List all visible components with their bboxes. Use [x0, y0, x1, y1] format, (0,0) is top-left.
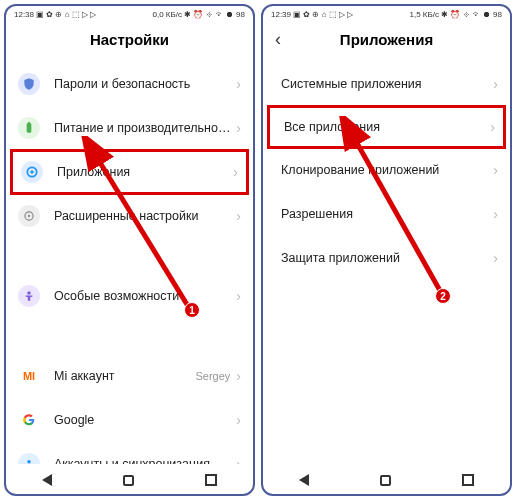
- status-net: 1,5 КБ/с: [410, 10, 439, 19]
- row-label: Клонирование приложений: [281, 163, 493, 177]
- nav-home-button[interactable]: [380, 475, 391, 486]
- status-bar: 12:38 ▣ ✿ ⊕ ⌂ ⬚ ▷ ▷ 0,0 КБ/с ✱ ⏰ ⟐ ᯤ ⏺ 9…: [6, 6, 253, 21]
- chevron-right-icon: ›: [493, 250, 498, 266]
- row-all-apps[interactable]: Все приложения ›: [267, 105, 506, 149]
- nav-recent-button[interactable]: [462, 474, 474, 486]
- svg-point-6: [27, 291, 31, 295]
- row-google[interactable]: Google ›: [6, 398, 253, 442]
- google-icon: [18, 409, 40, 431]
- chevron-right-icon: ›: [493, 76, 498, 92]
- nav-home-button[interactable]: [123, 475, 134, 486]
- accessibility-icon: [18, 285, 40, 307]
- header: ‹ Приложения: [263, 21, 510, 62]
- annotation-badge-2: 2: [435, 288, 451, 304]
- row-system-apps[interactable]: Системные приложения ›: [263, 62, 510, 106]
- page-title: Приложения: [340, 31, 433, 48]
- nav-bar: [6, 464, 253, 494]
- back-button[interactable]: ‹: [275, 29, 281, 50]
- page-title: Настройки: [90, 31, 169, 48]
- row-label: Mi аккаунт: [54, 369, 195, 383]
- chevron-right-icon: ›: [233, 164, 238, 180]
- chevron-right-icon: ›: [236, 412, 241, 428]
- gear-icon: [21, 161, 43, 183]
- status-time: 12:38: [14, 10, 34, 19]
- svg-rect-0: [27, 123, 32, 132]
- row-label: Особые возможности: [54, 289, 236, 303]
- row-accounts-sync[interactable]: Аккаунты и синхронизация ›: [6, 442, 253, 464]
- status-icons-right: ✱ ⏰ ⟐ ᯤ ⏺ 98: [441, 10, 502, 19]
- sliders-icon: [18, 205, 40, 227]
- status-icons-left: ▣ ✿ ⊕ ⌂ ⬚ ▷ ▷: [36, 10, 96, 19]
- row-value: Sergey: [195, 370, 230, 382]
- row-label: Пароли и безопасность: [54, 77, 236, 91]
- chevron-right-icon: ›: [236, 288, 241, 304]
- row-label: Защита приложений: [281, 251, 493, 265]
- shield-icon: [18, 73, 40, 95]
- row-label: Питание и производительность: [54, 121, 236, 135]
- svg-rect-1: [28, 122, 30, 124]
- row-label: Все приложения: [284, 120, 490, 134]
- chevron-right-icon: ›: [236, 76, 241, 92]
- status-net: 0,0 КБ/с: [153, 10, 182, 19]
- chevron-right-icon: ›: [493, 162, 498, 178]
- chevron-right-icon: ›: [236, 208, 241, 224]
- chevron-right-icon: ›: [236, 456, 241, 464]
- nav-recent-button[interactable]: [205, 474, 217, 486]
- status-icons-right: ✱ ⏰ ⟐ ᯤ ⏺ 98: [184, 10, 245, 19]
- status-icons-left: ▣ ✿ ⊕ ⌂ ⬚ ▷ ▷: [293, 10, 353, 19]
- row-label: Приложения: [57, 165, 233, 179]
- row-label: Google: [54, 413, 236, 427]
- row-label: Аккаунты и синхронизация: [54, 457, 236, 464]
- annotation-badge-1: 1: [184, 302, 200, 318]
- sync-icon: [18, 453, 40, 464]
- row-label: Разрешения: [281, 207, 493, 221]
- chevron-right-icon: ›: [236, 120, 241, 136]
- status-time: 12:39: [271, 10, 291, 19]
- chevron-right-icon: ›: [236, 368, 241, 384]
- mi-logo-icon: MI: [18, 365, 40, 387]
- row-battery[interactable]: Питание и производительность ›: [6, 106, 253, 150]
- nav-bar: [263, 464, 510, 494]
- row-passwords[interactable]: Пароли и безопасность ›: [6, 62, 253, 106]
- svg-point-7: [27, 460, 31, 464]
- row-permissions[interactable]: Разрешения ›: [263, 192, 510, 236]
- row-clone-apps[interactable]: Клонирование приложений ›: [263, 148, 510, 192]
- battery-icon: [18, 117, 40, 139]
- row-label: Системные приложения: [281, 77, 493, 91]
- row-app-lock[interactable]: Защита приложений ›: [263, 236, 510, 280]
- nav-back-button[interactable]: [42, 474, 52, 486]
- row-accessibility[interactable]: Особые возможности ›: [6, 274, 253, 318]
- status-bar: 12:39 ▣ ✿ ⊕ ⌂ ⬚ ▷ ▷ 1,5 КБ/с ✱ ⏰ ⟐ ᯤ ⏺ 9…: [263, 6, 510, 21]
- chevron-right-icon: ›: [490, 119, 495, 135]
- svg-point-3: [30, 170, 34, 174]
- phone-apps: 12:39 ▣ ✿ ⊕ ⌂ ⬚ ▷ ▷ 1,5 КБ/с ✱ ⏰ ⟐ ᯤ ⏺ 9…: [261, 4, 512, 496]
- svg-point-5: [28, 215, 30, 217]
- header: Настройки: [6, 21, 253, 62]
- row-mi-account[interactable]: MI Mi аккаунт Sergey ›: [6, 354, 253, 398]
- row-apps[interactable]: Приложения ›: [10, 149, 249, 195]
- row-label: Расширенные настройки: [54, 209, 236, 223]
- row-advanced[interactable]: Расширенные настройки ›: [6, 194, 253, 238]
- apps-list: Системные приложения › Все приложения › …: [263, 62, 510, 464]
- phone-settings: 12:38 ▣ ✿ ⊕ ⌂ ⬚ ▷ ▷ 0,0 КБ/с ✱ ⏰ ⟐ ᯤ ⏺ 9…: [4, 4, 255, 496]
- nav-back-button[interactable]: [299, 474, 309, 486]
- chevron-right-icon: ›: [493, 206, 498, 222]
- settings-list: Пароли и безопасность › Питание и произв…: [6, 62, 253, 464]
